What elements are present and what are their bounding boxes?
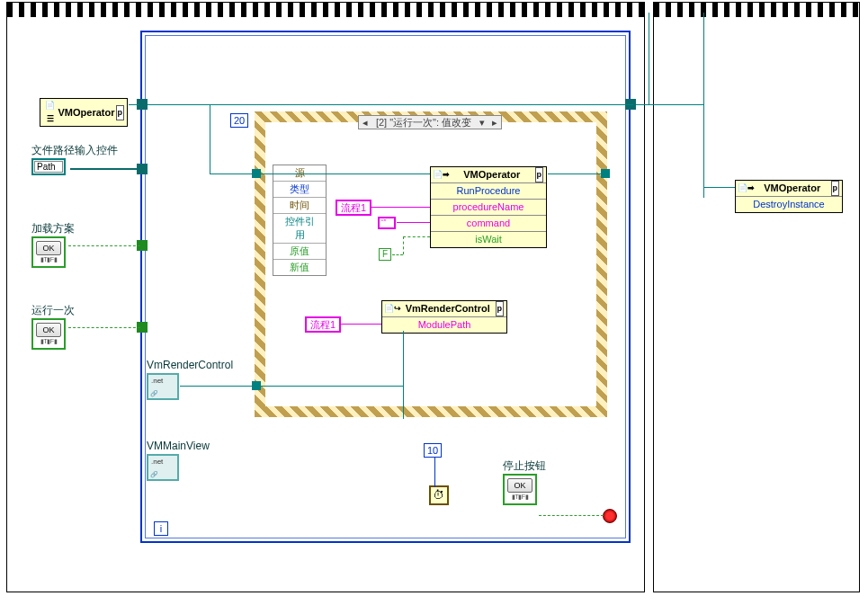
event-case-selector[interactable]: ◂ [2] "运行一次": 值改变 ▾ ▸ [358,115,502,129]
string-constant-flow1b[interactable]: 流程1 [305,316,341,333]
next-case-arrow[interactable]: ▸ [488,117,501,129]
wire-string [339,324,381,325]
wire-int [434,457,435,487]
node-property[interactable]: ModulePath [382,317,506,333]
event-row[interactable]: 新值 [273,260,326,275]
sequence-frame-2 [653,2,860,592]
iteration-terminal: i [154,521,168,536]
wire-bool [403,236,430,237]
wire [703,187,735,188]
event-row[interactable]: 时间 [273,198,326,214]
loop-stop-terminal[interactable] [603,509,617,523]
wire [548,173,604,174]
node-method[interactable]: DestroyInstance [736,197,842,212]
false-constant[interactable]: F [379,248,391,261]
label-path-input: 文件路径输入控件 [31,143,118,158]
tf-indicator: ▮T▮F▮ [36,338,61,345]
load-scheme-button[interactable]: OK ▮T▮F▮ [31,236,66,268]
wire-bool [539,515,604,516]
wire-string [370,207,430,208]
wire [210,104,210,173]
ok-button[interactable]: OK [507,478,532,493]
wire [703,13,704,198]
node-method[interactable]: RunProcedure [431,183,546,200]
wire [261,386,403,387]
event-row[interactable]: 原值 [273,244,326,260]
dotnet-mainview-ref[interactable]: 🔗 [147,454,179,481]
tf-indicator: ▮T▮F▮ [36,256,61,263]
label-run-once: 运行一次 [31,303,75,318]
wire [260,173,430,174]
vmoperator-refnum-node[interactable]: 📄☰VMOperatorp [40,98,128,127]
path-control[interactable]: Path [31,158,66,175]
label-main-view: VMMainView [147,440,210,452]
node-param[interactable]: procedureName [431,200,546,216]
wire [210,173,255,174]
wire [403,331,404,419]
vmrendercontrol-property-node[interactable]: 📄↪VmRenderControlp ModulePath [381,300,507,334]
node-header: VmRenderControl [406,302,490,316]
wire [649,104,703,105]
wire [70,168,140,170]
prev-case-arrow[interactable]: ◂ [359,117,371,129]
wire [649,13,649,104]
event-data-node[interactable]: 源 类型 时间 控件引用 原值 新值 [273,165,327,276]
run-once-button[interactable]: OK ▮T▮F▮ [31,318,66,350]
ok-button[interactable]: OK [36,241,61,255]
label-render-control: VmRenderControl [147,359,233,371]
stop-button-control[interactable]: OK ▮T▮F▮ [503,474,537,505]
case-dropdown-arrow[interactable]: ▾ [476,117,488,129]
path-control-value: Path [34,161,63,173]
vmoperator-invoke-node[interactable]: 📄➡VMOperatorp RunProcedure procedureName… [430,166,547,248]
node-param[interactable]: isWait [431,232,546,247]
node-header: VMOperator [764,182,820,195]
label-stop-button: 停止按钮 [503,458,546,474]
wire [129,104,139,105]
event-row[interactable]: 类型 [273,182,326,198]
wire-bool [392,254,403,255]
empty-string-constant[interactable] [378,217,396,229]
wait-ms-constant[interactable]: 10 [424,443,442,458]
wire-string [397,222,430,223]
string-constant-flow1a[interactable]: 流程1 [336,200,371,216]
node-header: VMOperator [463,168,520,182]
wire [636,104,649,105]
node-title: VMOperator [58,106,115,120]
event-timeout-constant[interactable]: 20 [230,113,248,128]
wire-bool [68,327,140,328]
label-load-scheme: 加载方案 [31,221,75,236]
node-param[interactable]: command [431,216,546,232]
dotnet-render-control-ref[interactable]: 🔗 [147,373,179,400]
wire-bool [68,245,140,246]
case-label: [2] "运行一次": 值改变 [371,116,476,129]
ok-button[interactable]: OK [36,323,61,337]
event-row[interactable]: 控件引用 [273,214,326,244]
tf-indicator: ▮T▮F▮ [507,494,532,501]
wire [148,104,633,105]
wire [180,386,255,387]
wire-bool [403,236,404,254]
wait-timer-icon [429,485,449,505]
vmoperator-destroy-node[interactable]: 📄➡VMOperatorp DestroyInstance [735,180,843,213]
